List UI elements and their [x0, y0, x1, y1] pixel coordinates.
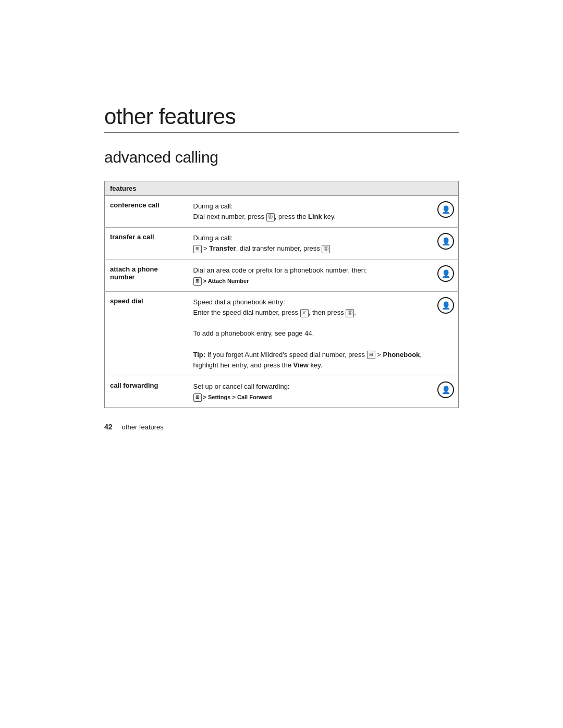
feature-desc-speeddial: Speed dial a phonebook entry: Enter the …: [188, 291, 436, 376]
table-row: call forwarding Set up or cancel call fo…: [105, 376, 459, 408]
page: other features advanced calling features…: [104, 0, 459, 728]
table-row: conference call During a call: Dial next…: [105, 196, 459, 228]
feature-icon-conference: 👤: [436, 196, 459, 228]
voice-icon3: 👤: [437, 265, 454, 282]
menu-path-attach: ⊞ > Attach Number: [193, 278, 249, 284]
feature-name-transfer: transfer a call: [105, 228, 188, 260]
key-c-icon2: Ⓢ: [322, 245, 330, 253]
feature-icon-attach: 👤: [436, 260, 459, 291]
feature-icon-speeddial: 👤: [436, 291, 459, 376]
chapter-divider: [104, 132, 459, 133]
key-hash-icon: #: [300, 309, 309, 317]
menu-path-forwarding: ⊞ > Settings > Call Forward: [193, 394, 272, 400]
table-row: speed dial Speed dial a phonebook entry:…: [105, 291, 459, 376]
table-row: transfer a call During a call: ⊞ > Trans…: [105, 228, 459, 260]
feature-desc-conference: During a call: Dial next number, press Ⓢ…: [188, 196, 436, 228]
chapter-title: other features: [104, 104, 459, 129]
key-menu-icon: ⊞: [193, 245, 202, 253]
feature-icon-forwarding: 👤: [436, 376, 459, 408]
tip-text: Tip: If you forget Aunt Mildred's speed …: [193, 351, 422, 369]
footer-label: other features: [122, 423, 164, 431]
table-row: attach a phonenumber Dial an area code o…: [105, 260, 459, 291]
key-c-icon: Ⓢ: [266, 213, 275, 221]
feature-icon-transfer: 👤: [436, 228, 459, 260]
feature-desc-attach: Dial an area code or prefix for a phoneb…: [188, 260, 436, 291]
key-menu-icon4: ⊞: [193, 393, 202, 402]
feature-name-speeddial: speed dial: [105, 291, 188, 376]
features-table: features conference call During a call: …: [104, 181, 459, 408]
voice-icon5: 👤: [437, 381, 454, 398]
section-title: advanced calling: [104, 149, 459, 166]
page-number: 42: [104, 423, 113, 431]
feature-name-attach: attach a phonenumber: [105, 260, 188, 291]
feature-name-conference: conference call: [105, 196, 188, 228]
feature-name-forwarding: call forwarding: [105, 376, 188, 408]
voice-icon: 👤: [437, 201, 454, 218]
key-c-icon3: Ⓢ: [346, 309, 354, 317]
key-menu-icon3: ⊞: [367, 351, 375, 359]
feature-desc-transfer: During a call: ⊞ > Transfer, dial transf…: [188, 228, 436, 260]
voice-icon2: 👤: [437, 233, 454, 250]
table-header: features: [105, 181, 459, 196]
feature-desc-forwarding: Set up or cancel call forwarding: ⊞ > Se…: [188, 376, 436, 408]
key-menu-icon2: ⊞: [193, 277, 202, 286]
voice-icon4: 👤: [437, 297, 454, 314]
page-footer: 42 other features: [104, 423, 459, 431]
